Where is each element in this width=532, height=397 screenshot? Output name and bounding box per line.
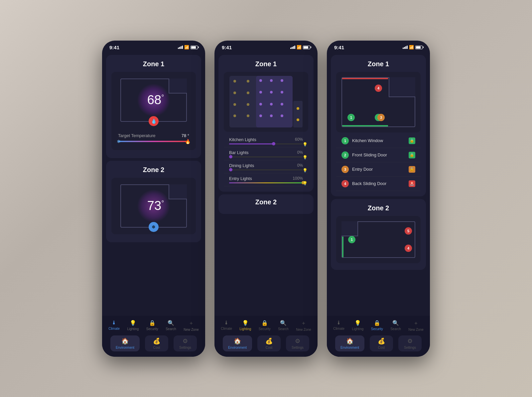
btab-settings-2[interactable]: ⚙ Settings (286, 335, 309, 351)
sensor-4-map: 4 (375, 85, 382, 92)
zone1-thermostat: 68° 💧 Target Temperature 78 ° ❄ 🔥 (111, 72, 196, 150)
tab-security-1[interactable]: 🔒 Security (144, 318, 161, 333)
sec-item-2[interactable]: 2 Front Sliding Door 🔒 (336, 148, 421, 162)
zone2-security-card: Zone 2 1 5 4 (331, 199, 426, 270)
temp-slider[interactable]: ❄ 🔥 (118, 141, 189, 142)
cost-icon-3: 💰 (378, 337, 385, 345)
zone1-sec-map: 4 1 2 3 (336, 72, 421, 132)
tab-lighting-2[interactable]: 💡 Lighting (237, 318, 254, 333)
sec-item-3[interactable]: 3 Entry Door 🔓 (336, 162, 421, 177)
btab-environment-1[interactable]: 🏠 Environment (110, 335, 140, 351)
light-dot (247, 92, 249, 94)
settings-icon-2: ⚙ (295, 337, 300, 345)
phone3-content: Zone 1 4 1 2 3 (327, 52, 430, 316)
tab-lighting-3[interactable]: 💡 Lighting (349, 318, 366, 333)
status-icons-1: 📶 (178, 45, 198, 50)
battery-icon-1 (191, 46, 198, 49)
battery-icon-2 (303, 46, 310, 49)
tab-lighting-1[interactable]: 💡 Lighting (124, 318, 141, 333)
zone1-title: Zone 1 (111, 60, 196, 68)
btab-settings-3[interactable]: ⚙ Settings (398, 335, 422, 351)
tab-climate-3[interactable]: 🌡 Climate (331, 318, 347, 333)
cost-icon-1: 💰 (153, 337, 160, 345)
light-dot (259, 91, 262, 94)
zone2-thermostat: 73° ❄ (111, 178, 196, 234)
bar-lights-knob[interactable] (229, 155, 232, 158)
dining-lights-slider[interactable]: 💡 (229, 169, 303, 170)
light-dot (270, 114, 273, 117)
tab-search-2[interactable]: 🔍 Search (275, 318, 291, 333)
light-dot (270, 103, 273, 105)
home-icon-2: 🏠 (234, 337, 241, 345)
target-temp-row: Target Temperature 78 ° (118, 133, 189, 138)
plus-icon-1: ＋ (189, 320, 194, 327)
home-icon-3: 🏠 (346, 337, 353, 345)
entry-lights-pct: 100% (293, 176, 303, 181)
phone-security: 9:41 📶 Zone 1 (327, 41, 430, 357)
wifi-icon-3: 📶 (409, 45, 414, 50)
tab-newzone-1[interactable]: ＋ New Zone (181, 318, 201, 333)
thermometer-icon-3: 🌡 (336, 320, 341, 326)
nav-tabs-3: 🌡 Climate 💡 Lighting 🔒 Security 🔍 Search… (327, 318, 430, 333)
light-dot (233, 80, 236, 83)
btab-cost-1[interactable]: 💰 Cost (145, 335, 168, 351)
status-bar-2: 9:41 📶 (214, 41, 318, 52)
settings-icon-3: ⚙ (407, 337, 413, 345)
btab-settings-1[interactable]: ⚙ Settings (174, 335, 197, 351)
sec-item-1[interactable]: 1 Kitchen Window 🔒 (336, 134, 421, 148)
entry-lights-slider[interactable]: 💡 (229, 182, 303, 183)
zone2-mode-icon: ❄ (149, 222, 159, 232)
phone1-content: Zone 1 68° 💧 Target Temperature (102, 52, 205, 316)
kitchen-lights-slider[interactable]: 💡 (229, 143, 303, 144)
btab-environment-2[interactable]: 🏠 Environment (223, 335, 252, 351)
dining-lights-knob[interactable] (229, 168, 232, 171)
status-bar-3: 9:41 📶 (327, 41, 430, 52)
zone2-title: Zone 2 (111, 166, 196, 174)
tab-search-1[interactable]: 🔍 Search (163, 318, 179, 333)
phone-climate: 9:41 📶 Zone 1 (102, 41, 205, 357)
plus-icon-2: ＋ (301, 320, 306, 327)
bar-lights-header: Bar Lights 0% (229, 150, 303, 155)
sec-lock-3: 🔓 (409, 166, 415, 173)
bar-lights-pct: 0% (297, 150, 303, 155)
light-dot (259, 79, 262, 82)
tab-newzone-2[interactable]: ＋ New Zone (293, 318, 314, 333)
btab-cost-3[interactable]: 💰 Cost (370, 335, 393, 351)
ext-room (293, 101, 303, 127)
tab-search-3[interactable]: 🔍 Search (388, 318, 404, 333)
light-dot (281, 114, 283, 117)
dining-lights-pct: 0% (297, 163, 303, 168)
zone2-light-title: Zone 2 (224, 198, 308, 206)
zone1-mode-icon: 💧 (149, 116, 159, 126)
light-dot (247, 80, 249, 83)
lock-icon-2: 🔒 (261, 320, 268, 326)
bottom-tabs-1: 🏠 Environment 💰 Cost ⚙ Settings (102, 333, 205, 355)
zone2-climate-card: Zone 2 73° ❄ (106, 161, 201, 242)
thermometer-icon-2: 🌡 (224, 320, 229, 326)
settings-icon-1: ⚙ (183, 337, 188, 345)
zone2-bar-green (342, 237, 343, 257)
tab-climate-1[interactable]: 🌡 Climate (106, 318, 122, 333)
search-icon-3: 🔍 (392, 320, 399, 326)
search-icon-2: 🔍 (280, 320, 287, 326)
time-3: 9:41 (334, 45, 344, 50)
zone2-lighting-card: Zone 2 (218, 194, 314, 214)
tab-security-2[interactable]: 🔒 Security (256, 318, 273, 333)
zone2-temp-glow: 73° (137, 189, 170, 223)
status-icons-2: 📶 (290, 45, 310, 50)
phones-container: 9:41 📶 Zone 1 (102, 41, 430, 357)
btab-cost-2[interactable]: 💰 Cost (257, 335, 281, 351)
zone2-sec-map: 1 5 4 (336, 216, 421, 263)
kitchen-lights-row: Kitchen Lights 60% 💡 (224, 134, 308, 147)
kitchen-lights-knob[interactable] (272, 142, 275, 145)
light-dot (297, 118, 299, 121)
entry-lights-header: Entry Lights 100% (229, 176, 303, 181)
bar-lights-slider[interactable]: 💡 (229, 156, 303, 157)
btab-environment-3[interactable]: 🏠 Environment (335, 335, 364, 351)
sec-item-4[interactable]: 4 Back Sliding Door 🚨 (336, 177, 421, 191)
thermometer-icon: 🌡 (111, 320, 117, 326)
tab-newzone-3[interactable]: ＋ New Zone (406, 318, 426, 333)
tab-climate-2[interactable]: 🌡 Climate (218, 318, 235, 333)
light-dot (233, 114, 236, 117)
tab-security-3[interactable]: 🔒 Security (368, 318, 386, 333)
